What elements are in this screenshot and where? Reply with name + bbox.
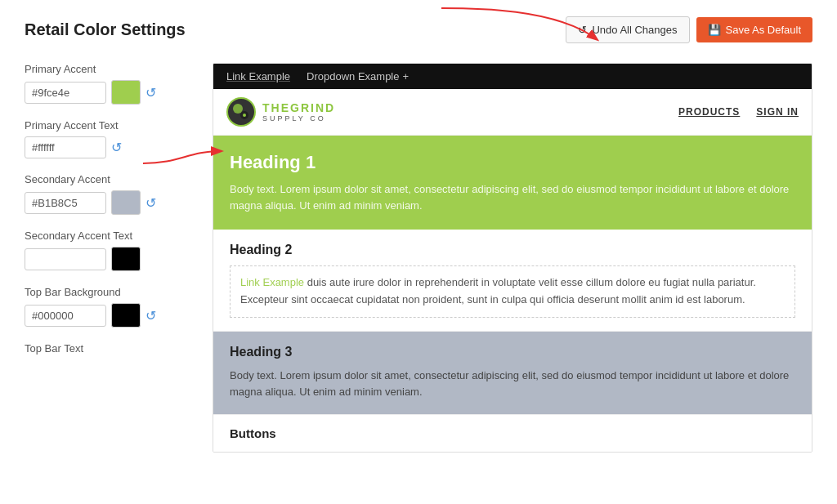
store-logo: THEGRIND SUPPLY CO xyxy=(226,97,335,127)
topbar-bg-swatch[interactable] xyxy=(111,303,141,328)
primary-accent-text-input[interactable] xyxy=(25,136,106,158)
heading2-body: duis aute irure dolor in reprehenderit i… xyxy=(240,276,756,306)
buttons-title: Buttons xyxy=(230,426,795,440)
topbar-bg-undo-icon[interactable]: ↺ xyxy=(145,308,156,323)
save-label: Save As Default xyxy=(726,24,802,36)
preview-heading3-block: Heading 3 Body text. Lorem ipsum dolor s… xyxy=(213,332,812,416)
field-group-primary-accent-text: Primary Accent Text ↺ xyxy=(25,119,196,158)
undo-all-label: Undo All Changes xyxy=(592,24,677,36)
field-group-primary-accent: Primary Accent ↺ xyxy=(25,63,196,105)
field-label-primary-accent: Primary Accent xyxy=(25,63,196,75)
logo-sub: SUPPLY CO xyxy=(262,114,335,123)
topbar-dropdown-icon: + xyxy=(403,70,410,83)
logo-text: THEGRIND SUPPLY CO xyxy=(262,101,335,123)
field-group-topbar-bg: Top Bar Background ↺ xyxy=(25,286,196,328)
secondary-accent-text-input[interactable] xyxy=(25,248,106,270)
svg-point-3 xyxy=(243,114,246,117)
topbar-dropdown-label: Dropdown Example xyxy=(307,70,399,83)
field-label-primary-accent-text: Primary Accent Text xyxy=(25,119,196,132)
preview-panel: Link Example Dropdown Example + xyxy=(213,63,812,453)
store-nav: PRODUCTS SIGN IN xyxy=(678,106,799,118)
heading2-title: Heading 2 xyxy=(230,243,795,257)
field-label-secondary-accent-text: Secondary Accent Text xyxy=(25,230,196,242)
field-row-secondary-accent: ↺ xyxy=(25,190,196,215)
primary-accent-input[interactable] xyxy=(25,82,106,104)
left-panel: Primary Accent ↺ Primary Accent Text ↺ S… xyxy=(25,63,196,453)
topbar-bg-input[interactable] xyxy=(25,305,106,327)
field-row-primary-accent-text: ↺ xyxy=(25,136,196,158)
page-title: Retail Color Settings xyxy=(25,20,186,39)
preview-heading2-block: Heading 2 Link Example duis aute irure d… xyxy=(213,230,812,332)
page-wrapper: Retail Color Settings ↺ Undo All Changes… xyxy=(0,0,837,504)
preview-heading1-block: Heading 1 Body text. Lorem ipsum dolor s… xyxy=(213,136,812,230)
secondary-accent-text-swatch[interactable] xyxy=(111,247,141,271)
store-nav-signin: SIGN IN xyxy=(756,106,799,118)
primary-accent-swatch[interactable] xyxy=(111,80,141,105)
save-default-button[interactable]: 💾 Save As Default xyxy=(696,17,813,42)
preview-buttons-block: Buttons xyxy=(213,415,812,452)
heading1-body: Body text. Lorem ipsum dolor sit amet, c… xyxy=(230,181,795,213)
field-group-secondary-accent-text: Secondary Accent Text xyxy=(25,230,196,271)
store-nav-products: PRODUCTS xyxy=(678,106,740,118)
logo-main-accent: GRIND xyxy=(290,101,335,114)
primary-accent-text-undo-icon[interactable]: ↺ xyxy=(111,140,122,155)
heading1-title: Heading 1 xyxy=(230,152,795,173)
store-logo-icon xyxy=(226,97,256,127)
field-group-topbar-text: Top Bar Text xyxy=(25,342,196,355)
field-label-secondary-accent: Secondary Accent xyxy=(25,173,196,185)
page-header: Retail Color Settings ↺ Undo All Changes… xyxy=(25,16,812,43)
field-row-topbar-bg: ↺ xyxy=(25,303,196,328)
header-buttons: ↺ Undo All Changes 💾 Save As Default xyxy=(566,16,812,43)
secondary-accent-undo-icon[interactable]: ↺ xyxy=(145,195,156,211)
preview-topbar: Link Example Dropdown Example + xyxy=(213,64,812,89)
logo-main: THEGRIND xyxy=(262,101,335,114)
save-icon: 💾 xyxy=(708,24,721,36)
preview-store-header: THEGRIND SUPPLY CO PRODUCTS SIGN IN xyxy=(213,89,812,136)
field-row-secondary-accent-text xyxy=(25,247,196,271)
heading3-body: Body text. Lorem ipsum dolor sit amet, c… xyxy=(230,368,795,402)
main-layout: Primary Accent ↺ Primary Accent Text ↺ S… xyxy=(25,63,812,453)
secondary-accent-input[interactable] xyxy=(25,192,106,214)
undo-all-icon: ↺ xyxy=(578,24,587,36)
logo-main-before: THE xyxy=(262,101,290,114)
undo-all-button[interactable]: ↺ Undo All Changes xyxy=(566,16,689,43)
heading3-title: Heading 3 xyxy=(230,345,795,359)
field-label-topbar-bg: Top Bar Background xyxy=(25,286,196,298)
field-row-primary-accent: ↺ xyxy=(25,80,196,105)
field-label-topbar-text: Top Bar Text xyxy=(25,342,196,355)
secondary-accent-swatch[interactable] xyxy=(111,190,141,215)
heading2-body-container: Link Example duis aute irure dolor in re… xyxy=(230,265,795,318)
field-group-secondary-accent: Secondary Accent ↺ xyxy=(25,173,196,215)
heading2-link: Link Example xyxy=(240,276,304,288)
svg-point-1 xyxy=(233,104,243,114)
topbar-dropdown: Dropdown Example + xyxy=(307,70,409,83)
primary-accent-undo-icon[interactable]: ↺ xyxy=(145,85,156,100)
topbar-link: Link Example xyxy=(226,70,290,83)
